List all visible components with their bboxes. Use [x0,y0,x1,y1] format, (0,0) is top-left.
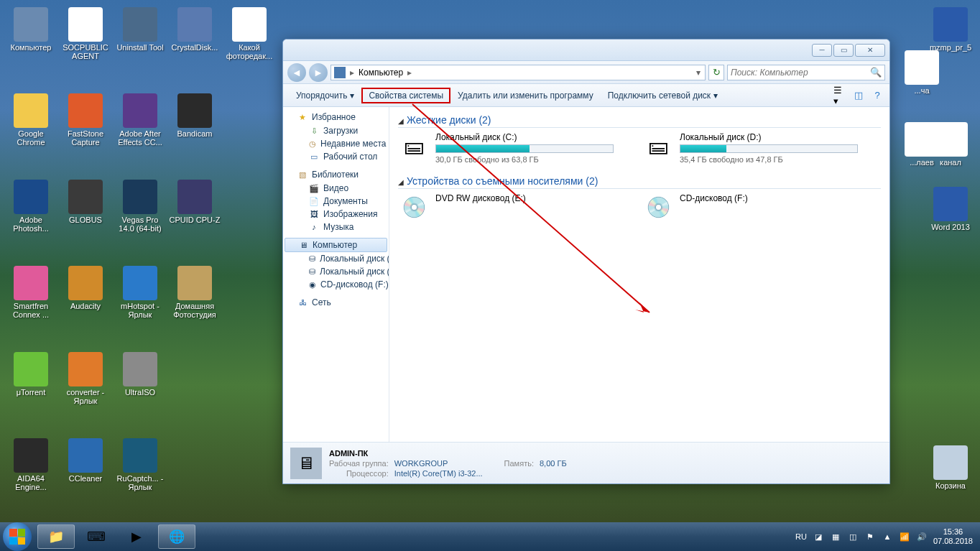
sidebar-computer[interactable]: 🖥Компьютер [285,238,387,252]
category-removable[interactable]: ◢Устройства со съемными носителями (2) [398,174,881,189]
desktop-icon[interactable]: GLOBUS [59,180,112,224]
desktop-icon[interactable]: AIDA64 Engine... [4,438,57,491]
main-content: ◢Жесткие диски (2) 🖴 Локальный диск (C:)… [389,107,889,442]
sidebar-item-desktop[interactable]: ▭Рабочий стол [283,150,389,163]
drive-c[interactable]: 🖴 Локальный диск (C:) 30,0 ГБ свободно и… [398,132,614,164]
icon-label: Uninstall Tool [114,43,167,52]
volume-icon[interactable]: 🔊 [916,531,928,542]
minimize-button[interactable]: ─ [812,44,832,57]
sidebar-item-music[interactable]: ♪Музыка [283,221,389,233]
tray-icon[interactable]: ▦ [830,531,841,542]
desktop-icon[interactable]: Корзина [924,445,977,490]
sidebar-item-videos[interactable]: 🎬Видео [283,182,389,195]
view-options-icon[interactable]: ☰ ▾ [833,89,846,102]
chevron-down-icon[interactable]: ▾ [695,68,702,78]
refresh-button[interactable]: ↻ [708,65,724,80]
drive-d[interactable]: 🖴 Локальный диск (D:) 35,4 ГБ свободно и… [642,132,858,164]
desktop-icon[interactable]: FastStone Capture [59,93,112,147]
icon-label: GLOBUS [59,216,112,224]
breadcrumb[interactable]: ▸ Компьютер ▸ ▾ [330,65,706,80]
search-icon[interactable]: 🔍 [870,67,882,78]
desktop-icon[interactable]: mzmp_pr_5 [924,7,977,52]
preview-pane-icon[interactable]: ◫ [852,89,865,102]
breadcrumb-segment[interactable]: Компьютер [356,68,406,78]
language-indicator[interactable]: RU [795,531,807,542]
drive-cd[interactable]: 💿 CD-дисковод (F:) [642,193,858,221]
drive-icon: ⛁ [309,267,315,277]
desktop-icon[interactable]: converter - Ярлык [59,352,112,405]
desktop-icon[interactable]: Домашняя Фотостудия [168,266,221,319]
taskbar-app-explorer[interactable]: 📁 [37,524,75,549]
sidebar-item-recent[interactable]: ◷Недавние места [283,137,389,150]
category-hdd[interactable]: ◢Жесткие диски (2) [398,113,881,128]
icon-label: Word 2013 [924,223,977,231]
app-icon [123,93,157,128]
back-button[interactable]: ◄ [287,63,306,82]
desktop-icon[interactable]: Bandicam [168,93,221,138]
icon-label: SOCPUBLIC AGENT [59,43,112,60]
sidebar-favorites[interactable]: ★Избранное [283,110,389,124]
sidebar-item-downloads[interactable]: ⇩Загрузки [283,124,389,137]
sidebar-item-images[interactable]: 🖼Изображения [283,208,389,221]
desktop-icon[interactable]: канал [924,122,977,167]
computer-icon: 🖥 [290,448,322,479]
workgroup-value: WORKGROUP [394,459,483,468]
app-icon [933,187,968,221]
desktop-icon[interactable]: Какой фоторедак... [223,7,276,60]
close-button[interactable]: ✕ [855,44,885,57]
action-center-icon[interactable]: ⚑ [864,531,876,542]
system-properties-button[interactable]: Свойства системы [361,88,450,103]
desktop-icon[interactable]: RuCaptch... - Ярлык [114,438,167,491]
forward-button[interactable]: ► [309,63,328,82]
desktop-icon[interactable]: Adobe After Effects CC... [114,93,167,147]
sidebar-libraries[interactable]: ▧Библиотеки [283,167,389,182]
clock[interactable]: 15:36 07.08.2018 [933,527,973,546]
tray-icon[interactable]: ◫ [847,531,859,542]
organize-button[interactable]: Упорядочить ▾ [289,88,361,103]
maximize-button[interactable]: ▭ [833,44,854,57]
desktop-icon[interactable]: Google Chrome [4,93,57,147]
desktop-icon[interactable]: SOCPUBLIC AGENT [59,7,112,60]
sidebar-item-drive-c[interactable]: ⛁Локальный диск (C [283,252,389,265]
taskbar-app-chrome[interactable]: 🌐 [158,524,195,549]
icon-label: Smartfren Connex ... [4,302,57,319]
desktop-icon[interactable]: Vegas Pro 14.0 (64-bit) [114,180,167,233]
hdd-icon: 🖴 [642,132,674,159]
tray-icon[interactable]: ◪ [813,531,824,542]
drive-label: DVD RW дисковод (E:) [435,193,614,203]
desktop-icon[interactable]: Компьютер [4,7,57,52]
start-button[interactable] [3,522,32,551]
uninstall-program-button[interactable]: Удалить или изменить программу [450,88,601,103]
desktop-icon[interactable]: UltraISO [114,352,167,397]
desktop-icon[interactable]: μTorrent [4,352,57,397]
icon-label: Корзина [924,481,977,490]
taskbar-app-onscreen-keyboard[interactable]: ⌨ [78,524,115,549]
network-icon[interactable]: 📶 [899,531,910,542]
desktop-icon[interactable]: Smartfren Connex ... [4,266,57,319]
help-icon[interactable]: ? [871,89,884,102]
desktop-icon[interactable]: CrystalDisk... [168,7,221,52]
desktop-icon[interactable]: ...ча [895,50,948,95]
desktop-icon[interactable]: Audacity [59,266,112,310]
desktop-icon[interactable]: Adobe Photosh... [4,180,57,233]
app-icon [14,7,48,42]
desktop-icon[interactable]: CCleaner [59,438,112,483]
triangle-down-icon: ◢ [398,178,404,186]
map-network-drive-button[interactable]: Подключить сетевой диск ▾ [601,88,725,103]
app-icon [14,352,48,386]
sidebar-network[interactable]: 🖧Сеть [283,295,389,310]
drive-dvd[interactable]: 💿 DVD RW дисковод (E:) [398,193,614,221]
sidebar-item-drive-d[interactable]: ⛁Локальный диск (D [283,265,389,278]
desktop-icon[interactable]: CPUID CPU-Z [168,180,221,224]
tray-icon[interactable]: ▲ [882,531,893,542]
desktop-icon[interactable]: Uninstall Tool [114,7,167,52]
desktop-icon[interactable]: Word 2013 [924,187,977,231]
titlebar[interactable]: ─ ▭ ✕ [283,40,889,61]
search-input[interactable] [731,68,870,78]
search-box[interactable]: 🔍 [727,65,885,80]
sidebar-item-cd-drive[interactable]: ◉CD-дисковод (F:) [283,278,389,291]
icon-label: Adobe After Effects CC... [114,129,167,147]
desktop-icon[interactable]: mHotspot - Ярлык [114,266,167,319]
taskbar-app-video[interactable]: ▶ [118,524,155,549]
sidebar-item-documents[interactable]: 📄Документы [283,195,389,208]
